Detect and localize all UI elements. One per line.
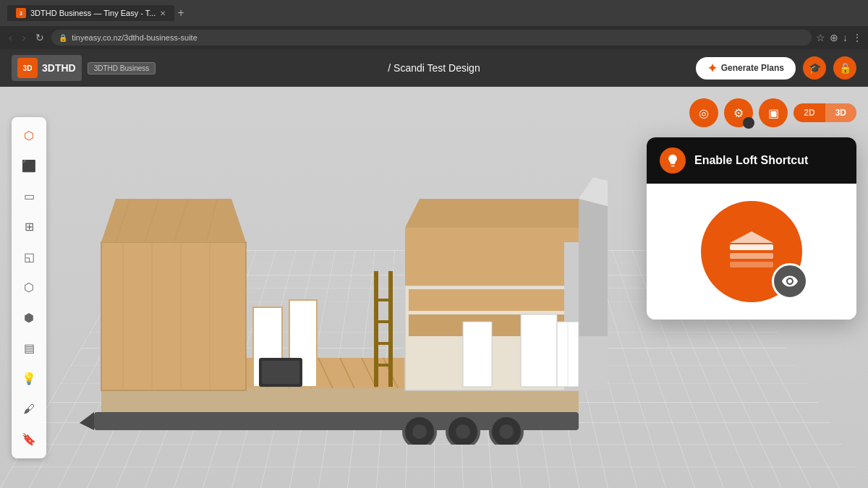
menu-icon[interactable]: ⋮ bbox=[852, 32, 862, 43]
svg-marker-1 bbox=[80, 412, 94, 430]
svg-rect-57 bbox=[730, 253, 773, 259]
logo-text: 3DTHD bbox=[42, 62, 76, 74]
camera-button[interactable]: ◎ bbox=[689, 98, 718, 127]
svg-point-5 bbox=[456, 424, 470, 439]
sidebar-item-bookmark[interactable]: 🔖 bbox=[16, 427, 42, 453]
svg-marker-47 bbox=[405, 199, 593, 228]
refresh-button[interactable]: ↻ bbox=[33, 30, 47, 45]
svg-rect-55 bbox=[730, 244, 773, 250]
svg-point-3 bbox=[412, 424, 427, 439]
loft-popup-header: Enable Loft Shortcut bbox=[647, 137, 856, 184]
house-3d-view bbox=[72, 155, 608, 445]
sidebar-item-paint[interactable]: 🖌 bbox=[16, 396, 42, 422]
svg-point-7 bbox=[499, 424, 514, 439]
design-title: Scandi Test Design bbox=[393, 62, 480, 74]
sidebar-item-walls[interactable]: ⬛ bbox=[16, 153, 42, 179]
browser-nav: ‹ › ↻ 🔒 tinyeasy.co.nz/3dthd-business-su… bbox=[0, 26, 868, 49]
view-2d-button[interactable]: 2D bbox=[793, 103, 825, 122]
loft-popup-title: Enable Loft Shortcut bbox=[694, 154, 808, 167]
hat-button[interactable]: 🎓 bbox=[803, 56, 826, 80]
sidebar-item-layers[interactable]: ⬡ bbox=[16, 123, 42, 149]
svg-rect-58 bbox=[730, 262, 773, 267]
loft-eye-badge bbox=[772, 263, 808, 299]
browser-tabs: 3 3DTHD Business — Tiny Easy - T... ✕ + bbox=[7, 5, 184, 21]
header-title: / Scandi Test Design bbox=[388, 62, 480, 74]
lock-icon: 🔒 bbox=[59, 34, 67, 42]
loft-layer-icon bbox=[723, 223, 780, 281]
svg-rect-51 bbox=[463, 322, 492, 387]
business-badge: 3DTHD Business bbox=[88, 62, 156, 74]
loft-big-icon bbox=[701, 201, 802, 302]
sidebar-item-panels[interactable]: ◱ bbox=[16, 244, 42, 270]
profile-icon[interactable]: ⊕ bbox=[830, 32, 838, 43]
download-icon[interactable]: ↓ bbox=[843, 32, 848, 43]
settings-button[interactable]: ⚙ bbox=[724, 98, 753, 127]
top-right-controls: ◎ ⚙ ▣ 2D 3D bbox=[689, 98, 856, 127]
view-toggle: 2D 3D bbox=[793, 103, 856, 122]
app-header: 3D 3DTHD 3DTHD Business / Scandi Test De… bbox=[0, 49, 868, 87]
address-text: tinyeasy.co.nz/3dthd-business-suite bbox=[72, 33, 197, 42]
sidebar-item-doors[interactable]: ▭ bbox=[16, 184, 42, 210]
logo-area: 3D 3DTHD 3DTHD Business bbox=[12, 55, 156, 81]
logo-icon: 3D bbox=[17, 58, 38, 78]
nav-icon-group: ☆ ⊕ ↓ ⋮ bbox=[816, 32, 862, 43]
settings-badge bbox=[743, 117, 754, 129]
svg-rect-44 bbox=[409, 289, 575, 311]
view-3d-button[interactable]: 3D bbox=[825, 103, 856, 122]
loft-header-icon bbox=[660, 147, 686, 174]
forward-button[interactable]: › bbox=[20, 30, 29, 45]
svg-marker-46 bbox=[405, 228, 579, 286]
logo-box: 3D 3DTHD bbox=[12, 55, 82, 81]
sidebar-item-lighting[interactable]: 💡 bbox=[16, 366, 42, 392]
layers-button[interactable]: ▣ bbox=[759, 98, 788, 127]
svg-marker-56 bbox=[730, 231, 773, 243]
sidebar-item-floors[interactable]: ⬡ bbox=[16, 275, 42, 301]
eye-icon bbox=[781, 273, 799, 290]
title-prefix: / bbox=[388, 62, 391, 74]
generate-plans-button[interactable]: ✦ Generate Plans bbox=[696, 57, 796, 80]
address-bar[interactable]: 🔒 tinyeasy.co.nz/3dthd-business-suite bbox=[51, 30, 812, 46]
sidebar-item-windows[interactable]: ⊞ bbox=[16, 214, 42, 240]
header-right: ✦ Generate Plans 🎓 🔒 bbox=[696, 56, 856, 80]
star-icon: ✦ bbox=[707, 61, 717, 75]
bulb-icon bbox=[665, 153, 680, 168]
tab-bar: 3 3DTHD Business — Tiny Easy - T... ✕ + bbox=[0, 0, 868, 26]
sidebar-item-roof[interactable]: ⬢ bbox=[16, 305, 42, 331]
svg-rect-35 bbox=[262, 361, 299, 384]
active-tab[interactable]: 3 3DTHD Business — Tiny Easy - T... ✕ bbox=[7, 5, 174, 21]
main-canvas: ⬡ ⬛ ▭ ⊞ ◱ ⬡ ⬢ ▤ 💡 🖌 🔖 ◎ ⚙ ▣ 2D 3D bbox=[0, 87, 868, 488]
svg-marker-49 bbox=[579, 199, 608, 336]
back-button[interactable]: ‹ bbox=[6, 30, 15, 45]
sidebar-item-furniture[interactable]: ▤ bbox=[16, 335, 42, 361]
browser-chrome: 3 3DTHD Business — Tiny Easy - T... ✕ + … bbox=[0, 0, 868, 49]
lock-button[interactable]: 🔒 bbox=[833, 56, 856, 80]
generate-plans-label: Generate Plans bbox=[721, 63, 784, 73]
tab-close-btn[interactable]: ✕ bbox=[160, 9, 166, 17]
loft-shortcut-popup: Enable Loft Shortcut bbox=[647, 137, 856, 320]
tab-label: 3DTHD Business — Tiny Easy - T... bbox=[30, 9, 156, 17]
new-tab-button[interactable]: + bbox=[177, 7, 184, 20]
tab-favicon: 3 bbox=[16, 8, 26, 18]
left-sidebar: ⬡ ⬛ ▭ ⊞ ◱ ⬡ ⬢ ▤ 💡 🖌 🔖 bbox=[12, 117, 46, 458]
bookmark-icon[interactable]: ☆ bbox=[816, 32, 825, 43]
loft-popup-body bbox=[647, 184, 856, 320]
svg-rect-52 bbox=[521, 314, 557, 387]
